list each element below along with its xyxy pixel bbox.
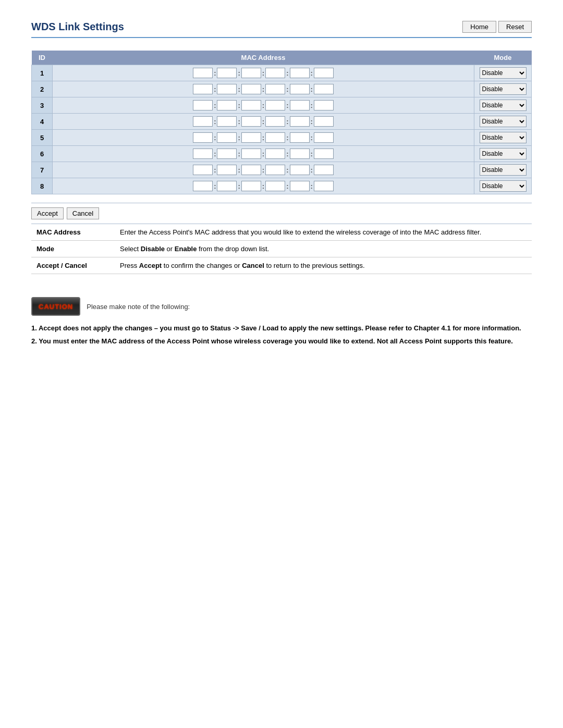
info-desc-mode: Select Disable or Enable from the drop d… <box>115 241 532 257</box>
mac-octet-6-1[interactable] <box>193 149 213 159</box>
mac-octet-5-3[interactable] <box>241 132 261 143</box>
mac-sep: : <box>262 134 264 142</box>
mac-octet-4-6[interactable] <box>314 116 334 127</box>
mac-octet-2-6[interactable] <box>314 84 334 94</box>
row-id-3: 3 <box>32 97 53 114</box>
mac-inputs-1: ::::: <box>56 68 471 78</box>
mac-sep: : <box>311 118 313 126</box>
mac-octet-4-2[interactable] <box>217 116 237 127</box>
mac-octet-7-1[interactable] <box>193 165 213 175</box>
mac-octet-8-3[interactable] <box>241 181 261 191</box>
mac-octet-2-5[interactable] <box>290 84 310 94</box>
mac-octet-6-3[interactable] <box>241 149 261 159</box>
mac-octet-3-5[interactable] <box>290 100 310 110</box>
mode-select-5[interactable]: DisableEnable <box>480 132 527 143</box>
row-mac-1: ::::: <box>53 65 474 81</box>
page-title: WDS Link Settings <box>31 21 124 33</box>
mac-octet-7-3[interactable] <box>241 165 261 175</box>
mac-octet-8-1[interactable] <box>193 181 213 191</box>
mac-octet-3-6[interactable] <box>314 100 334 110</box>
mac-octet-1-6[interactable] <box>314 68 334 78</box>
mode-select-1[interactable]: DisableEnable <box>480 67 527 79</box>
reset-button[interactable]: Reset <box>498 21 532 33</box>
mac-octet-7-6[interactable] <box>314 165 334 175</box>
mac-octet-5-1[interactable] <box>193 132 213 143</box>
info-label-accept: Accept / Cancel <box>31 257 115 274</box>
mac-octet-5-6[interactable] <box>314 132 334 143</box>
mac-octet-4-3[interactable] <box>241 116 261 127</box>
row-mac-8: ::::: <box>53 178 474 194</box>
mac-octet-1-5[interactable] <box>290 68 310 78</box>
mac-octet-3-4[interactable] <box>265 100 285 110</box>
mac-sep: : <box>238 182 240 190</box>
mac-sep: : <box>262 166 264 174</box>
mode-select-6[interactable]: DisableEnable <box>480 148 527 159</box>
mac-octet-3-3[interactable] <box>241 100 261 110</box>
row-mac-6: ::::: <box>53 146 474 162</box>
mac-octet-7-5[interactable] <box>290 165 310 175</box>
mac-sep: : <box>286 182 288 190</box>
row-id-6: 6 <box>32 146 53 162</box>
cancel-button[interactable]: Cancel <box>67 207 99 219</box>
mac-octet-7-4[interactable] <box>265 165 285 175</box>
mac-octet-1-2[interactable] <box>217 68 237 78</box>
mac-octet-6-2[interactable] <box>217 149 237 159</box>
mode-select-4[interactable]: DisableEnable <box>480 116 527 127</box>
mac-octet-8-6[interactable] <box>314 181 334 191</box>
mac-octet-6-6[interactable] <box>314 149 334 159</box>
mode-select-7[interactable]: DisableEnable <box>480 164 527 176</box>
mac-octet-2-1[interactable] <box>193 84 213 94</box>
mac-octet-4-5[interactable] <box>290 116 310 127</box>
mac-sep: : <box>286 166 288 174</box>
mode-select-8[interactable]: DisableEnable <box>480 180 527 192</box>
row-id-4: 4 <box>32 114 53 130</box>
mac-octet-1-4[interactable] <box>265 68 285 78</box>
accept-button[interactable]: Accept <box>31 207 64 219</box>
mac-sep: : <box>262 150 264 158</box>
mac-octet-3-2[interactable] <box>217 100 237 110</box>
mac-octet-8-4[interactable] <box>265 181 285 191</box>
mode-select-3[interactable]: DisableEnable <box>480 100 527 111</box>
mac-sep: : <box>238 134 240 142</box>
mac-octet-6-4[interactable] <box>265 149 285 159</box>
info-desc-accept: Press Accept to confirm the changes or C… <box>115 257 532 274</box>
mode-select-2[interactable]: DisableEnable <box>480 83 527 95</box>
mac-octet-5-5[interactable] <box>290 132 310 143</box>
col-id: ID <box>32 51 53 65</box>
mac-octet-5-4[interactable] <box>265 132 285 143</box>
mac-octet-4-4[interactable] <box>265 116 285 127</box>
row-mode-5: DisableEnable <box>474 130 532 146</box>
mac-sep: : <box>311 134 313 142</box>
mac-octet-5-2[interactable] <box>217 132 237 143</box>
mac-octet-8-2[interactable] <box>217 181 237 191</box>
caution-badge-text: CAUTION <box>39 303 73 311</box>
mac-octet-7-2[interactable] <box>217 165 237 175</box>
caution-section: CAUTION Please make note of the followin… <box>31 291 532 347</box>
mac-sep: : <box>214 134 216 142</box>
mac-octet-8-5[interactable] <box>290 181 310 191</box>
row-id-8: 8 <box>32 178 53 194</box>
mac-octet-1-3[interactable] <box>241 68 261 78</box>
mac-sep: : <box>311 85 313 93</box>
mac-sep: : <box>286 85 288 93</box>
mac-sep: : <box>311 166 313 174</box>
table-row: 3:::::DisableEnable <box>32 97 532 114</box>
mac-octet-2-2[interactable] <box>217 84 237 94</box>
mac-octet-6-5[interactable] <box>290 149 310 159</box>
table-row: 5:::::DisableEnable <box>32 130 532 146</box>
mac-sep: : <box>311 182 313 190</box>
mac-octet-2-3[interactable] <box>241 84 261 94</box>
home-button[interactable]: Home <box>462 21 496 33</box>
mac-sep: : <box>214 85 216 93</box>
row-mac-2: ::::: <box>53 81 474 97</box>
mac-octet-3-1[interactable] <box>193 100 213 110</box>
mac-octet-2-4[interactable] <box>265 84 285 94</box>
caution-header: CAUTION Please make note of the followin… <box>31 297 532 316</box>
mac-sep: : <box>238 85 240 93</box>
caution-badge: CAUTION <box>31 297 80 316</box>
mac-octet-1-1[interactable] <box>193 68 213 78</box>
mac-octet-4-1[interactable] <box>193 116 213 127</box>
mac-sep: : <box>286 102 288 109</box>
mac-inputs-2: ::::: <box>56 84 471 94</box>
row-mode-6: DisableEnable <box>474 146 532 162</box>
